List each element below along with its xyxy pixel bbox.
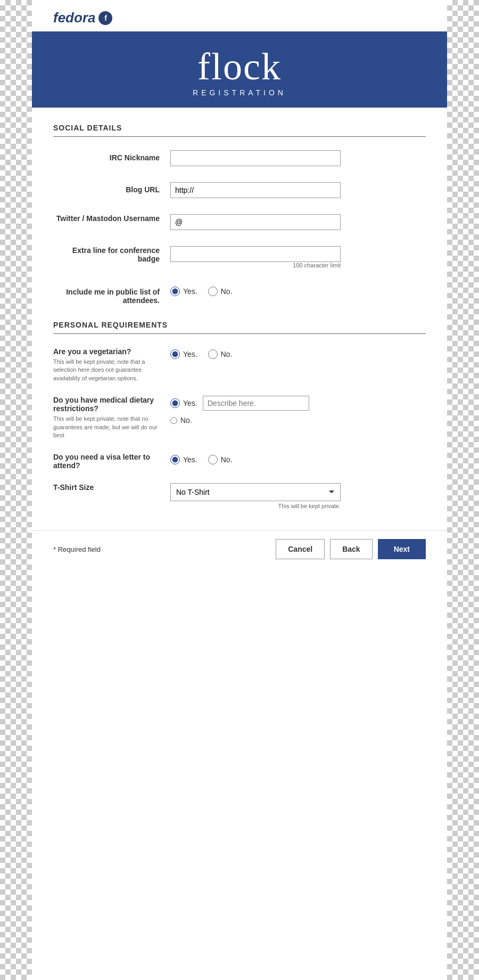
public-attendee-label: Include me in public list of attendees. bbox=[53, 284, 170, 305]
fedora-logo: fedora f bbox=[53, 10, 112, 26]
vegetarian-no-label: No. bbox=[221, 350, 233, 358]
social-section-title: SOCIAL DETAILS bbox=[53, 124, 426, 132]
next-button[interactable]: Next bbox=[378, 539, 426, 559]
visa-label-col: Do you need a visa letter to attend? bbox=[53, 453, 170, 470]
vegetarian-no-option[interactable]: No. bbox=[208, 349, 233, 359]
visa-no-option[interactable]: No. bbox=[208, 455, 233, 464]
visa-yes-label: Yes. bbox=[183, 455, 197, 464]
medical-yes-label: Yes. bbox=[183, 399, 197, 407]
irc-nickname-input[interactable] bbox=[170, 150, 341, 166]
public-yes-radio[interactable] bbox=[170, 287, 180, 296]
blog-url-field bbox=[170, 182, 426, 198]
personal-divider bbox=[53, 333, 426, 334]
medical-label-col: Do you have medical dietary restrictions… bbox=[53, 396, 170, 439]
blog-url-row: Blog URL bbox=[53, 182, 426, 198]
visa-field: Yes. No. bbox=[170, 453, 426, 464]
public-attendee-row: Include me in public list of attendees. … bbox=[53, 284, 426, 305]
vegetarian-row: Are you a vegetarian? This will be kept … bbox=[53, 347, 426, 382]
irc-nickname-field bbox=[170, 150, 426, 166]
footer-bar: * Required field Cancel Back Next bbox=[32, 530, 447, 567]
vegetarian-yes-label: Yes. bbox=[183, 350, 197, 358]
irc-nickname-row: IRC Nickname bbox=[53, 150, 426, 166]
tshirt-hint: This will be kept private. bbox=[170, 503, 341, 509]
vegetarian-hint: This will be kept private; note that a s… bbox=[53, 358, 160, 382]
flock-subtitle: REGISTRATION bbox=[32, 88, 447, 97]
medical-yes-radio[interactable] bbox=[170, 398, 180, 408]
visa-no-radio[interactable] bbox=[208, 455, 218, 464]
public-no-label: No. bbox=[221, 287, 233, 296]
social-divider bbox=[53, 136, 426, 137]
medical-describe-input[interactable] bbox=[203, 396, 309, 411]
medical-hint: This will be kept private; note that no … bbox=[53, 415, 160, 439]
visa-yes-option[interactable]: Yes. bbox=[170, 455, 197, 464]
personal-section-title: PERSONAL REQUIREMENTS bbox=[53, 321, 426, 329]
flock-banner: flock REGISTRATION bbox=[32, 31, 447, 108]
tshirt-label-col: T-Shirt Size bbox=[53, 483, 170, 492]
visa-no-label: No. bbox=[221, 455, 233, 464]
vegetarian-yes-radio[interactable] bbox=[170, 349, 180, 359]
tshirt-label: T-Shirt Size bbox=[53, 483, 160, 492]
medical-yes-row: Yes. bbox=[170, 396, 426, 411]
visa-label: Do you need a visa letter to attend? bbox=[53, 453, 160, 470]
badge-line-label: Extra line for conference badge bbox=[53, 246, 170, 263]
logo-icon: f bbox=[98, 11, 112, 25]
cancel-button[interactable]: Cancel bbox=[276, 539, 325, 559]
twitter-input[interactable] bbox=[170, 214, 341, 230]
public-yes-label: Yes. bbox=[183, 287, 197, 296]
required-note: * Required field bbox=[53, 545, 101, 553]
vegetarian-radio-group: Yes. No. bbox=[170, 347, 426, 359]
medical-row: Do you have medical dietary restrictions… bbox=[53, 396, 426, 439]
medical-label: Do you have medical dietary restrictions… bbox=[53, 396, 160, 413]
badge-line-field: 100 character limit bbox=[170, 246, 426, 268]
medical-field: Yes. No. bbox=[170, 396, 426, 424]
tshirt-select[interactable]: No T-Shirt XS S M L XL 2XL 3XL bbox=[170, 483, 341, 501]
medical-no-label: No. bbox=[180, 416, 192, 424]
char-limit-text: 100 character limit bbox=[170, 262, 341, 268]
public-attendee-radio-group: Yes. No. bbox=[170, 284, 426, 296]
back-button[interactable]: Back bbox=[330, 539, 372, 559]
blog-url-label: Blog URL bbox=[53, 182, 170, 194]
visa-radio-group: Yes. No. bbox=[170, 453, 426, 464]
blog-url-input[interactable] bbox=[170, 182, 341, 198]
vegetarian-label-col: Are you a vegetarian? This will be kept … bbox=[53, 347, 170, 382]
footer-right: Cancel Back Next bbox=[276, 539, 426, 559]
badge-line-row: Extra line for conference badge 100 char… bbox=[53, 246, 426, 268]
tshirt-field: No T-Shirt XS S M L XL 2XL 3XL This will… bbox=[170, 483, 426, 509]
footer-left: * Required field bbox=[53, 545, 101, 553]
public-yes-option[interactable]: Yes. bbox=[170, 287, 197, 296]
vegetarian-yes-option[interactable]: Yes. bbox=[170, 349, 197, 359]
twitter-row: Twitter / Mastodon Username bbox=[53, 214, 426, 230]
logo-text: fedora bbox=[53, 10, 95, 26]
twitter-field bbox=[170, 214, 426, 230]
visa-row: Do you need a visa letter to attend? Yes… bbox=[53, 453, 426, 470]
badge-line-input[interactable] bbox=[170, 246, 341, 262]
tshirt-row: T-Shirt Size No T-Shirt XS S M L XL 2XL … bbox=[53, 483, 426, 509]
public-no-option[interactable]: No. bbox=[208, 287, 233, 296]
medical-options: Yes. No. bbox=[170, 396, 426, 424]
public-attendee-field: Yes. No. bbox=[170, 284, 426, 296]
vegetarian-label: Are you a vegetarian? bbox=[53, 347, 160, 356]
medical-yes-option[interactable]: Yes. bbox=[170, 398, 197, 408]
public-no-radio[interactable] bbox=[208, 287, 218, 296]
flock-title: flock bbox=[32, 47, 447, 86]
medical-no-option[interactable]: No. bbox=[170, 416, 426, 424]
irc-nickname-label: IRC Nickname bbox=[53, 150, 170, 162]
visa-yes-radio[interactable] bbox=[170, 455, 180, 464]
twitter-label: Twitter / Mastodon Username bbox=[53, 214, 170, 223]
vegetarian-no-radio[interactable] bbox=[208, 349, 218, 359]
vegetarian-field: Yes. No. bbox=[170, 347, 426, 359]
medical-no-radio[interactable] bbox=[170, 417, 177, 424]
